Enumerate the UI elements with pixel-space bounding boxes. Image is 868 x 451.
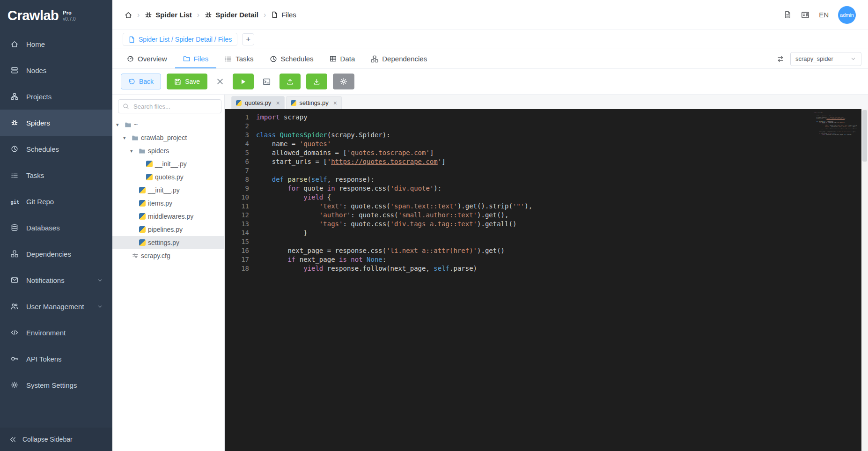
sidebar-item-notifications[interactable]: Notifications: [0, 267, 112, 293]
tree-folder-crawlab-project[interactable]: ▾crawlab_project: [112, 131, 224, 144]
tree-file-pipelines-py[interactable]: pipelines.py: [112, 223, 224, 236]
sidebar-item-system-settings[interactable]: System Settings: [0, 372, 112, 398]
code-line[interactable]: 4 name = 'quotes': [225, 140, 861, 148]
breadcrumb-item-files[interactable]: Files: [271, 11, 296, 19]
export-button[interactable]: [306, 74, 327, 89]
code-line[interactable]: 3class QuotesSpider(scrapy.Spider):: [225, 131, 861, 140]
tab-tasks[interactable]: Tasks: [216, 49, 261, 68]
terminal-button[interactable]: [259, 74, 274, 89]
spider-select[interactable]: scrapy_spider: [790, 52, 861, 66]
tree-file-quotes-py[interactable]: quotes.py: [112, 170, 224, 184]
code-line[interactable]: 8 def parse(self, response):: [225, 175, 861, 184]
spider-icon: [205, 11, 212, 19]
sidebar-item-user-management[interactable]: User Management: [0, 293, 112, 319]
sidebar-item-projects[interactable]: Projects: [0, 83, 112, 110]
sidebar-item-label: Environment: [26, 329, 66, 337]
page-tab-spider-list-spider-detail-files[interactable]: Spider List / Spider Detail / Files: [123, 33, 237, 46]
editor-scrollbar[interactable]: [861, 109, 868, 451]
code-line[interactable]: 10 yield {: [225, 193, 861, 202]
editor-tabs-bar: quotes.py×settings.py×: [225, 95, 868, 109]
tab-schedules[interactable]: Schedules: [262, 49, 322, 68]
tree-expand-caret-icon[interactable]: ▾: [130, 148, 137, 154]
tree-file-init-py[interactable]: __init__.py: [112, 157, 224, 170]
tools-button[interactable]: [213, 74, 227, 89]
sidebar-item-api-tokens[interactable]: API Tokens: [0, 346, 112, 372]
sidebar-item-databases[interactable]: Databases: [0, 214, 112, 241]
tree-file-scrapy-cfg[interactable]: scrapy.cfg: [112, 249, 224, 262]
minimap[interactable]: import scrapyclass QuotesSpider(scrapy.S…: [814, 112, 857, 135]
sidebar-item-home[interactable]: Home: [0, 31, 112, 57]
breadcrumb-item-spider-detail[interactable]: Spider Detail: [205, 11, 258, 19]
sidebar-item-tasks[interactable]: Tasks: [0, 162, 112, 188]
line-content: allowed_domains = ['quotes.toscrape.com'…: [256, 148, 434, 157]
code-line[interactable]: 13 'tags': quote.css('div.tags a.tag::te…: [225, 220, 861, 229]
license-button[interactable]: [801, 11, 809, 19]
scrollbar-thumb[interactable]: [862, 110, 867, 162]
code-line[interactable]: 11 'text': quote.css('span.text::text').…: [225, 202, 861, 211]
breadcrumb-item-home[interactable]: [125, 11, 132, 19]
close-icon[interactable]: ×: [333, 99, 337, 107]
collapse-sidebar-button[interactable]: Collapse Sidebar: [0, 428, 112, 451]
sidebar-item-label: Spiders: [26, 119, 50, 127]
tree-file-settings-py[interactable]: settings.py: [112, 236, 224, 249]
editor-tab-quotes-py[interactable]: quotes.py×: [231, 96, 285, 109]
run-button[interactable]: [233, 74, 254, 89]
line-content: for quote in response.css('div.quote'):: [256, 184, 441, 193]
back-button[interactable]: Back: [121, 74, 161, 89]
tree-expand-caret-icon[interactable]: ▾: [116, 122, 123, 128]
tree-item-label: items.py: [148, 200, 172, 207]
main-area: ›Spider List›Spider Detail›Files EN admi…: [112, 0, 868, 451]
upload-button[interactable]: [280, 74, 301, 89]
app-version: v0.7.0: [63, 16, 75, 22]
tab-dependencies[interactable]: Dependencies: [363, 49, 435, 68]
breadcrumb-item-spider-list[interactable]: Spider List: [145, 11, 192, 19]
sidebar-item-schedules[interactable]: Schedules: [0, 136, 112, 162]
tree-file-items-py[interactable]: items.py: [112, 197, 224, 210]
sidebar-item-label: Databases: [26, 224, 60, 232]
settings-button[interactable]: [333, 74, 354, 89]
tab-files[interactable]: Files: [175, 49, 217, 68]
sidebar-item-dependencies[interactable]: Dependencies: [0, 241, 112, 267]
code-scroll[interactable]: 1import scrapy23class QuotesSpider(scrap…: [225, 109, 861, 451]
app-name: Crawlab: [7, 8, 59, 23]
sidebar-item-environment[interactable]: Environment: [0, 319, 112, 346]
language-switcher[interactable]: EN: [819, 11, 829, 19]
tree-item-label: spiders: [148, 147, 169, 155]
sidebar-item-nodes[interactable]: Nodes: [0, 57, 112, 83]
code-area[interactable]: 1import scrapy23class QuotesSpider(scrap…: [225, 109, 868, 451]
add-tab-button[interactable]: +: [242, 33, 254, 45]
code-line[interactable]: 18 yield response.follow(next_page, self…: [225, 264, 861, 273]
code-line[interactable]: 9 for quote in response.css('div.quote')…: [225, 184, 861, 193]
document-button[interactable]: [784, 11, 792, 19]
tree-item-label: pipelines.py: [148, 226, 183, 233]
code-line[interactable]: 15: [225, 237, 861, 246]
tree-folder-spiders[interactable]: ▾spiders: [112, 144, 224, 157]
sidebar-item-spiders[interactable]: Spiders: [0, 110, 112, 136]
tab-overview[interactable]: Overview: [119, 49, 175, 68]
users-icon: [9, 303, 19, 310]
python-icon: [291, 100, 296, 106]
code-line[interactable]: 5 allowed_domains = ['quotes.toscrape.co…: [225, 148, 861, 157]
code-line[interactable]: 6 start_urls = ['https://quotes.toscrape…: [225, 157, 861, 166]
code-line[interactable]: 7: [225, 166, 861, 175]
code-line[interactable]: 14 }: [225, 229, 861, 237]
tree-file-middlewares-py[interactable]: middlewares.py: [112, 210, 224, 223]
detail-nav-tabs: OverviewFilesTasksSchedulesDataDependenc…: [112, 49, 868, 69]
exchange-icon[interactable]: [777, 55, 784, 63]
tree-file-init-py[interactable]: __init__.py: [112, 184, 224, 197]
close-icon[interactable]: ×: [276, 99, 280, 107]
editor-tab-settings-py[interactable]: settings.py×: [286, 96, 342, 109]
sidebar-item-git-repo[interactable]: gitGit Repo: [0, 188, 112, 214]
tree-expand-caret-icon[interactable]: ▾: [123, 135, 130, 141]
code-line[interactable]: 16 next_page = response.css('li.next a::…: [225, 246, 861, 255]
code-line[interactable]: 12 'author': quote.css('small.author::te…: [225, 211, 861, 220]
avatar[interactable]: admin: [838, 6, 856, 24]
code-line[interactable]: 17 if next_page is not None:: [225, 255, 861, 264]
save-button[interactable]: Save: [167, 74, 207, 89]
code-line[interactable]: 1import scrapy: [225, 113, 861, 122]
code-line[interactable]: 2: [225, 122, 861, 131]
app-logo[interactable]: Crawlab Pro v0.7.0: [0, 0, 112, 31]
tab-data[interactable]: Data: [322, 49, 363, 68]
tree-folder-root[interactable]: ▾~: [112, 118, 224, 131]
search-files-input[interactable]: [132, 103, 217, 111]
